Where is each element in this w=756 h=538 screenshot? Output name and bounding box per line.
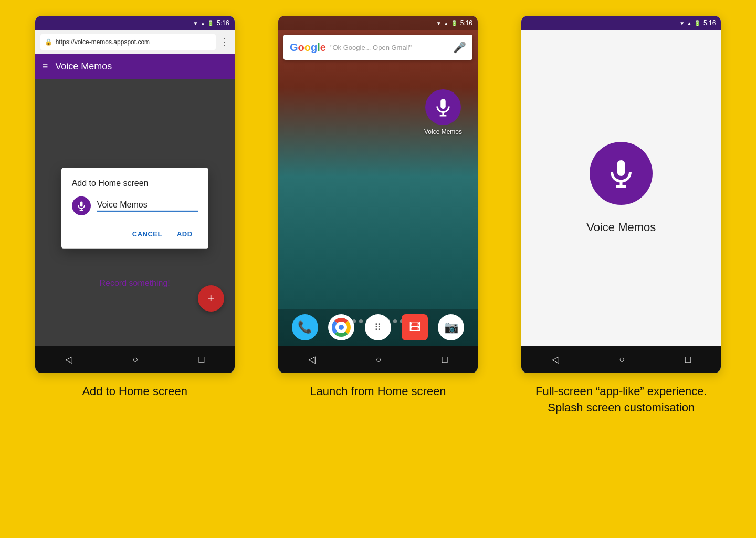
phone3-container: ▼ ▲ 🔋 5:16 Voice Memos [508, 16, 735, 416]
phone2-frame: ▼ ▲ 🔋 5:16 Google "Ok Google... Open Gma… [278, 16, 478, 373]
battery-icon3: 🔋 [694, 20, 700, 26]
app-icon-large [425, 89, 461, 125]
google-prompt-text: "Ok Google... Open Gmail" [330, 44, 449, 51]
wifi-icon2: ▼ [436, 20, 442, 26]
dialog-input-row: Voice Memos [72, 196, 198, 215]
url-text: https://voice-memos.appspot.com [56, 38, 150, 46]
phone3-label: Full-screen “app-like” experience. Splas… [536, 384, 707, 416]
phone3-content: Voice Memos [521, 30, 721, 346]
home-icon2[interactable]: ○ [376, 354, 382, 365]
back-icon2[interactable]: ◁ [308, 354, 316, 365]
battery-icon: 🔋 [207, 20, 214, 26]
phone1-container: ▼ ▲ 🔋 5:16 🔒 https://voice-memos.appspot… [21, 16, 248, 400]
chrome-bar: 🔒 https://voice-memos.appspot.com ⋮ [35, 30, 235, 54]
phone2-nav-bar: ◁ ○ □ [278, 346, 478, 373]
splash-app-icon [590, 142, 653, 205]
dialog-input-value: Voice Memos [97, 200, 148, 209]
app-icon-small [72, 196, 91, 215]
svg-rect-0 [80, 202, 82, 207]
phone3-frame: ▼ ▲ 🔋 5:16 Voice Memos [521, 16, 721, 373]
svg-rect-3 [440, 99, 446, 109]
google-logo: Google [290, 42, 326, 54]
hamburger-icon[interactable]: ≡ [43, 61, 48, 72]
dialog-actions: CANCEL ADD [72, 226, 198, 242]
lock-icon: 🔒 [45, 38, 52, 46]
dock-launcher-icon[interactable]: ⠿ [365, 314, 391, 340]
time-display: 5:16 [217, 19, 229, 27]
home-icon-widget[interactable]: Voice Memos [424, 89, 462, 136]
fab-plus-icon: + [207, 292, 214, 305]
home-icon[interactable]: ○ [133, 354, 139, 365]
svg-rect-6 [617, 160, 625, 176]
time-display3: 5:16 [704, 19, 716, 27]
add-to-homescreen-dialog: Add to Home screen Voice Memos [61, 168, 208, 249]
phone1-status-bar: ▼ ▲ 🔋 5:16 [35, 16, 235, 30]
phone2-label: Launch from Home screen [310, 384, 446, 400]
signal-icon2: ▲ [444, 20, 449, 26]
phone2-status-bar: ▼ ▲ 🔋 5:16 [278, 16, 478, 30]
splash-app-name: Voice Memos [586, 221, 656, 234]
google-search-bar[interactable]: Google "Ok Google... Open Gmail" 🎤 [284, 35, 472, 60]
recents-icon3[interactable]: □ [685, 354, 691, 365]
phones-row: ▼ ▲ 🔋 5:16 🔒 https://voice-memos.appspot… [21, 16, 735, 416]
phone2-container: ▼ ▲ 🔋 5:16 Google "Ok Google... Open Gma… [264, 16, 491, 400]
phone1-content: Add to Home screen Voice Memos [35, 79, 235, 346]
add-button[interactable]: ADD [172, 226, 198, 242]
mic-icon-large [433, 97, 453, 117]
back-icon[interactable]: ◁ [65, 354, 72, 365]
toolbar-title: Voice Memos [55, 61, 112, 72]
dialog-input-wrapper[interactable]: Voice Memos [97, 200, 198, 212]
wifi-icon: ▼ [193, 20, 198, 26]
cancel-button[interactable]: CANCEL [127, 226, 167, 242]
dock-video-icon[interactable]: 🎞 [402, 314, 428, 340]
widget-label: Voice Memos [424, 128, 462, 136]
phone1-label: Add to Home screen [82, 384, 187, 400]
dock-chrome-icon[interactable] [328, 314, 354, 340]
back-icon3[interactable]: ◁ [552, 354, 559, 365]
time-display2: 5:16 [460, 19, 472, 27]
dock: 📞 ⠿ 🎞 [278, 309, 478, 346]
signal-icon3: ▲ [687, 20, 692, 26]
purple-toolbar: ≡ Voice Memos [35, 54, 235, 79]
phone3-status-bar: ▼ ▲ 🔋 5:16 [521, 16, 721, 30]
recents-icon2[interactable]: □ [442, 354, 448, 365]
battery-icon2: 🔋 [451, 20, 457, 26]
home-icon3[interactable]: ○ [619, 354, 625, 365]
google-mic-icon[interactable]: 🎤 [453, 41, 466, 54]
record-text: Record something! [100, 278, 170, 288]
more-dots-icon[interactable]: ⋮ [220, 36, 229, 48]
phone2-content: ▼ ▲ 🔋 5:16 Google "Ok Google... Open Gma… [278, 16, 478, 373]
phone1-frame: ▼ ▲ 🔋 5:16 🔒 https://voice-memos.appspot… [35, 16, 235, 373]
phone3-nav-bar: ◁ ○ □ [521, 346, 721, 373]
dialog-title: Add to Home screen [72, 179, 198, 188]
mic-icon-small [76, 201, 87, 211]
recents-icon[interactable]: □ [198, 354, 204, 365]
dock-photos-icon[interactable]: 📷 [438, 314, 464, 340]
url-bar[interactable]: 🔒 https://voice-memos.appspot.com [40, 34, 216, 50]
signal-icon: ▲ [200, 20, 205, 26]
dock-phone-icon[interactable]: 📞 [292, 314, 318, 340]
phone1-nav-bar: ◁ ○ □ [35, 346, 235, 373]
mic-icon-xl [605, 158, 637, 189]
wifi-icon3: ▼ [679, 20, 685, 26]
fab-button[interactable]: + [198, 285, 224, 312]
